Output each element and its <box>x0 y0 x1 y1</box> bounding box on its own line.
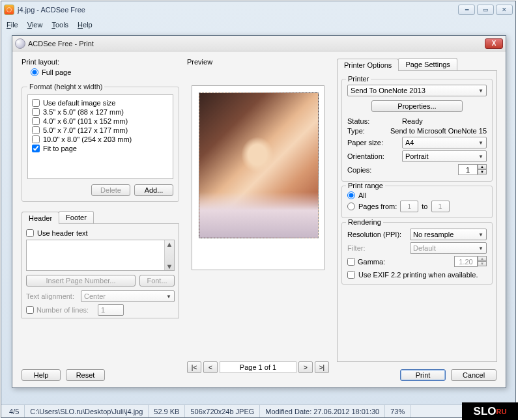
gamma-checkbox[interactable] <box>347 258 355 266</box>
spin-down-icon: ▼ <box>478 261 487 266</box>
tab-header[interactable]: Header <box>22 212 59 224</box>
format-delete-button: Delete <box>91 184 130 196</box>
format-check-3[interactable] <box>32 126 40 134</box>
number-of-lines-label: Number of lines: <box>36 306 95 314</box>
range-all-radio[interactable] <box>347 191 355 199</box>
print-layout-label: Print layout: <box>22 58 179 66</box>
maximize-button[interactable]: ▭ <box>477 5 494 15</box>
format-check-2[interactable] <box>32 117 40 125</box>
resolution-label: Resolution (PPI): <box>347 231 407 238</box>
status-zoom: 73% <box>385 405 410 417</box>
menu-help[interactable]: Help <box>78 21 93 29</box>
print-button[interactable]: Print <box>400 369 446 381</box>
help-button[interactable]: Help <box>22 369 61 381</box>
range-to-input: 1 <box>431 201 450 212</box>
menu-file[interactable]: File <box>7 21 18 29</box>
chevron-down-icon: ▼ <box>478 154 483 160</box>
spin-up-icon[interactable]: ▲ <box>478 164 487 169</box>
status-value: Ready <box>402 117 423 125</box>
spin-down-icon[interactable]: ▼ <box>478 169 487 175</box>
chevron-down-icon: ▼ <box>478 232 483 238</box>
full-page-label: Full page <box>42 68 71 76</box>
copies-label: Copies: <box>347 166 399 174</box>
menu-tools[interactable]: Tools <box>51 21 68 29</box>
type-label: Type: <box>347 127 388 135</box>
chevron-down-icon: ▼ <box>478 88 483 94</box>
format-add-button[interactable]: Add... <box>134 184 173 196</box>
number-of-lines-input: 1 <box>98 304 124 316</box>
paper-size-label: Paper size: <box>347 139 399 147</box>
text-alignment-label: Text alignment: <box>26 292 78 300</box>
dialog-close-button[interactable]: X <box>485 38 503 49</box>
close-button[interactable]: ✕ <box>496 5 513 15</box>
type-value: Send to Microsoft OneNote 15 <box>390 127 487 135</box>
status-size: 52.9 KB <box>149 405 185 417</box>
gamma-spinner: 1.20▲▼ <box>454 256 487 267</box>
chevron-down-icon: ▼ <box>478 245 483 251</box>
status-index: 4/5 <box>4 405 25 417</box>
format-check-1[interactable] <box>32 108 40 116</box>
printer-properties-button[interactable]: Properties... <box>371 100 463 112</box>
dialog-titlebar: ACDSee Free - Print X <box>12 36 506 51</box>
font-button: Font... <box>139 275 175 287</box>
printer-name-combo[interactable]: Send To OneNote 2013▼ <box>347 85 487 96</box>
format-check-5[interactable] <box>32 145 40 152</box>
print-dialog: ACDSee Free - Print X Print layout: Full… <box>12 35 506 388</box>
number-of-lines-checkbox <box>26 306 34 314</box>
insert-page-number-button: Insert Page Number... <box>26 275 136 287</box>
copies-spinner[interactable]: 1▲▼ <box>458 164 487 175</box>
main-window: j4.jpg - ACDSee Free ━ ▭ ✕ File View Too… <box>1 1 516 418</box>
gamma-label: Gamma: <box>358 258 409 266</box>
chevron-down-icon: ▼ <box>166 294 171 300</box>
status-modified: Modified Date: 27.06.2012 18:01:30 <box>260 405 385 417</box>
status-dims: 506x720x24b JPEG <box>185 405 260 417</box>
paper-size-combo[interactable]: A4▼ <box>402 137 487 148</box>
app-icon <box>4 5 14 15</box>
printer-legend: Printer <box>346 75 371 83</box>
rendering-legend: Rendering <box>346 218 383 226</box>
titlebar: j4.jpg - ACDSee Free ━ ▭ ✕ <box>1 1 515 18</box>
status-path: C:\Users\SLO.ru\Desktop\Juli\j4.jpg <box>25 405 149 417</box>
status-label: Status: <box>347 117 399 125</box>
format-check-4[interactable] <box>32 135 40 143</box>
range-from-input: 1 <box>400 201 418 212</box>
scroll-up-icon: ▲ <box>166 240 173 248</box>
filter-combo: Default▼ <box>410 242 487 254</box>
spin-up-icon: ▲ <box>478 256 487 261</box>
full-page-radio[interactable] <box>31 68 38 76</box>
preview-image <box>199 92 319 238</box>
scroll-down-icon: ▼ <box>166 262 173 270</box>
cancel-button[interactable]: Cancel <box>451 369 496 381</box>
text-alignment-combo: Center▼ <box>81 290 175 302</box>
dialog-title: ACDSee Free - Print <box>28 40 485 48</box>
window-title: j4.jpg - ACDSee Free <box>18 6 458 14</box>
exif-checkbox[interactable] <box>347 271 355 279</box>
watermark-logo: SLORU <box>462 402 518 420</box>
orientation-label: Orientation: <box>347 152 399 160</box>
print-range-legend: Print range <box>346 182 385 189</box>
resolution-combo[interactable]: No resample▼ <box>410 229 487 240</box>
header-textarea: ▲▼ <box>26 240 175 271</box>
menu-view[interactable]: View <box>27 21 43 29</box>
minimize-button[interactable]: ━ <box>458 5 475 15</box>
chevron-down-icon: ▼ <box>478 140 483 146</box>
print-icon <box>15 38 25 49</box>
orientation-combo[interactable]: Portrait▼ <box>402 150 487 162</box>
format-check-0[interactable] <box>32 99 40 107</box>
reset-button[interactable]: Reset <box>66 369 105 381</box>
menubar: File View Tools Help <box>1 18 515 31</box>
tab-footer[interactable]: Footer <box>59 211 94 223</box>
range-pages-radio[interactable] <box>347 203 355 210</box>
preview-page <box>192 85 324 270</box>
statusbar: 4/5 C:\Users\SLO.ru\Desktop\Juli\j4.jpg … <box>1 404 515 417</box>
tab-printer-options[interactable]: Printer Options <box>337 59 399 71</box>
format-legend: Format (height x width) <box>27 83 104 91</box>
use-header-checkbox[interactable] <box>26 229 34 237</box>
preview-label: Preview <box>187 58 329 66</box>
filter-label: Filter: <box>347 244 407 252</box>
format-listbox[interactable]: Use default image size 3.5" x 5.0" (88 x… <box>27 94 173 179</box>
tab-page-settings[interactable]: Page Settings <box>398 58 457 70</box>
